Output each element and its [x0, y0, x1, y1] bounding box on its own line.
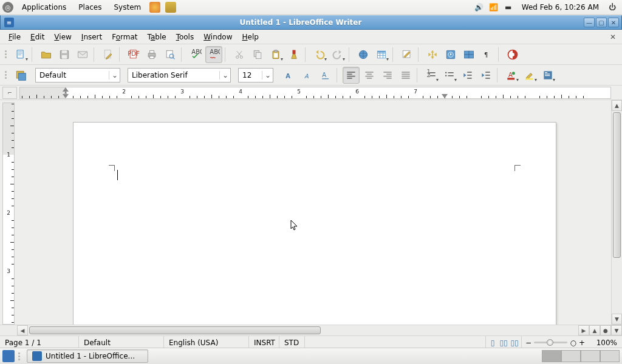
undo-button[interactable]	[311, 46, 328, 63]
zoom-slider[interactable]: − ○ +	[522, 339, 589, 347]
background-color-button[interactable]	[539, 67, 556, 84]
menu-view[interactable]: View	[49, 31, 76, 43]
print-button[interactable]	[143, 46, 160, 63]
zoom-out-button[interactable]: −	[525, 339, 531, 347]
dropdown-arrow-icon[interactable]: ⌄	[262, 71, 270, 79]
menu-help[interactable]: Help	[238, 31, 264, 43]
maximize-button[interactable]: ▢	[596, 18, 607, 27]
vertical-scrollbar[interactable]: ▲ ▼	[611, 100, 622, 325]
font-size-input[interactable]	[242, 71, 259, 79]
gnome-logo-icon[interactable]: ◎	[2, 2, 13, 13]
styles-button[interactable]	[12, 67, 29, 84]
increase-indent-button[interactable]	[477, 67, 494, 84]
dropdown-arrow-icon[interactable]: ⌄	[219, 71, 228, 79]
table-button[interactable]	[373, 46, 390, 63]
status-page-style[interactable]: Default	[79, 336, 164, 349]
menu-tools[interactable]: Tools	[171, 31, 199, 43]
scroll-up-button[interactable]: ▲	[612, 100, 622, 111]
font-size-combo[interactable]: ⌄	[238, 68, 273, 83]
minimize-button[interactable]: —	[584, 18, 595, 27]
ruler-corner[interactable]: ⌐	[2, 87, 17, 99]
workspace-2[interactable]	[561, 350, 581, 362]
firefox-launcher-icon[interactable]	[149, 2, 160, 13]
font-name-input[interactable]	[132, 71, 217, 79]
document-canvas[interactable]	[17, 100, 611, 325]
menu-format[interactable]: Format	[107, 31, 142, 43]
zoom-in-button[interactable]: +	[579, 339, 585, 347]
bullet-list-button[interactable]	[441, 67, 458, 84]
find-replace-button[interactable]	[424, 46, 441, 63]
navigator-button[interactable]	[442, 46, 459, 63]
status-insert-mode[interactable]: INSRT	[249, 336, 279, 349]
bold-button[interactable]: A	[281, 67, 298, 84]
underline-button[interactable]: A	[317, 67, 334, 84]
battery-icon[interactable]: ▬	[504, 2, 513, 12]
menu-edit[interactable]: Edit	[26, 31, 49, 43]
nonprinting-chars-button[interactable]: ¶	[479, 46, 496, 63]
app-launcher-icon[interactable]	[165, 2, 176, 13]
workspace-3[interactable]	[581, 350, 600, 362]
align-center-button[interactable]	[361, 67, 378, 84]
zoom-slider-knob[interactable]	[547, 339, 553, 346]
close-button[interactable]: ✕	[608, 18, 619, 27]
window-titlebar[interactable]: ≡ Untitled 1 - LibreOffice Writer — ▢ ✕	[0, 15, 622, 30]
export-pdf-button[interactable]: PDF	[125, 46, 142, 63]
power-icon[interactable]: ⏻	[607, 2, 617, 12]
align-left-button[interactable]	[343, 67, 360, 84]
auto-spellcheck-button[interactable]: ABC	[205, 46, 222, 63]
document-page[interactable]	[73, 122, 556, 325]
workspace-switcher[interactable]	[542, 350, 620, 362]
open-button[interactable]	[38, 46, 55, 63]
single-page-view-icon[interactable]: ▯	[487, 339, 498, 347]
workspace-1[interactable]	[542, 350, 561, 362]
font-name-combo[interactable]: ⌄	[128, 68, 231, 83]
status-doc-modified[interactable]	[305, 336, 486, 349]
italic-button[interactable]: A	[299, 67, 316, 84]
paragraph-style-input[interactable]	[39, 71, 106, 79]
clock[interactable]: Wed Feb 6, 10:26 AM	[518, 2, 603, 13]
help-button[interactable]	[504, 46, 521, 63]
show-draw-functions-button[interactable]	[398, 46, 415, 63]
hyperlink-button[interactable]	[355, 46, 372, 63]
toolbar-grip[interactable]	[4, 46, 9, 63]
menu-insert[interactable]: Insert	[77, 31, 107, 43]
system-menu[interactable]: System	[110, 2, 145, 13]
email-button[interactable]	[74, 46, 91, 63]
justify-button[interactable]	[397, 67, 414, 84]
menu-window[interactable]: Window	[199, 31, 237, 43]
scroll-down-button[interactable]: ▼	[612, 314, 622, 325]
dropdown-arrow-icon[interactable]: ⌄	[109, 71, 117, 79]
gallery-button[interactable]	[460, 46, 477, 63]
horizontal-ruler[interactable]: 1234567	[19, 87, 611, 99]
highlight-button[interactable]	[521, 67, 538, 84]
scroll-left-button[interactable]: ◀	[17, 325, 28, 335]
menu-table[interactable]: Table	[143, 31, 171, 43]
status-selection-mode[interactable]: STD	[279, 336, 305, 349]
numbered-list-button[interactable]: 12	[423, 67, 440, 84]
print-preview-button[interactable]	[162, 46, 179, 63]
edit-file-button[interactable]	[100, 46, 117, 63]
next-page-button[interactable]: ▼	[611, 325, 622, 335]
taskbar-entry-writer[interactable]: Untitled 1 - LibreOffice...	[27, 349, 148, 363]
places-menu[interactable]: Places	[75, 2, 105, 13]
close-document-button[interactable]: ✕	[607, 32, 618, 42]
network-icon[interactable]: 📶	[489, 2, 499, 12]
format-paintbrush-button[interactable]	[285, 46, 302, 63]
workspace-4[interactable]	[600, 350, 620, 362]
status-language[interactable]: English (USA)	[164, 336, 249, 349]
toolbar-grip[interactable]	[4, 67, 9, 84]
multi-page-view-icon[interactable]: ▯▯	[498, 339, 509, 347]
vertical-ruler[interactable]: 123	[2, 103, 15, 325]
prev-page-button[interactable]: ▲	[589, 325, 600, 335]
spellcheck-button[interactable]: ABC	[187, 46, 204, 63]
menu-file[interactable]: File	[4, 31, 26, 43]
horizontal-scroll-thumb[interactable]	[29, 326, 321, 334]
new-document-button[interactable]	[12, 46, 29, 63]
horizontal-scrollbar[interactable]: ◀ ▶ ▲ ● ▼	[0, 325, 622, 335]
redo-button[interactable]	[329, 46, 346, 63]
applications-menu[interactable]: Applications	[18, 2, 70, 13]
book-view-icon[interactable]: ▯▯	[509, 339, 520, 347]
navigation-button[interactable]: ●	[600, 325, 611, 335]
show-desktop-button[interactable]	[2, 350, 15, 362]
volume-icon[interactable]: 🔊	[474, 2, 484, 12]
